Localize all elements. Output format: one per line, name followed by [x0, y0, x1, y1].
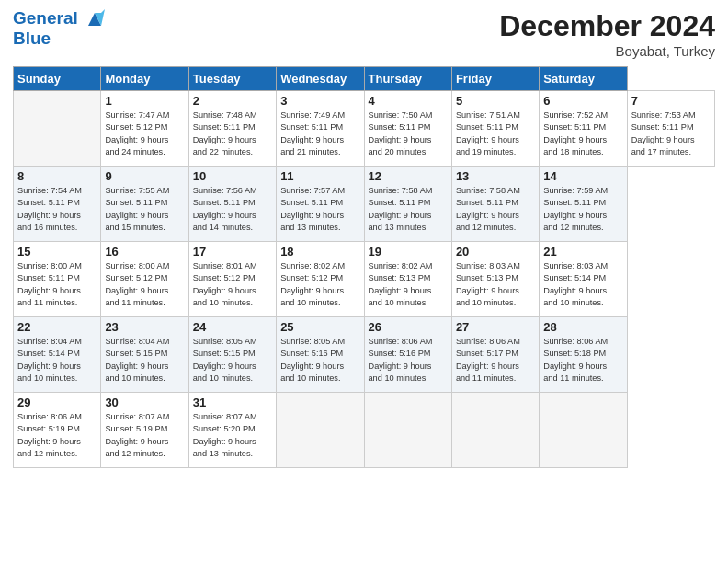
calendar-table: SundayMondayTuesdayWednesdayThursdayFrid…: [13, 66, 715, 468]
day-number: 31: [193, 396, 272, 409]
calendar-cell: [540, 393, 627, 468]
day-number: 13: [456, 169, 535, 183]
calendar-cell: 25Sunrise: 8:05 AMSunset: 5:16 PMDayligh…: [277, 317, 364, 393]
calendar-cell: 7Sunrise: 7:53 AMSunset: 5:11 PMDaylight…: [627, 91, 714, 167]
day-number: 16: [105, 245, 184, 259]
calendar-week-2: 15Sunrise: 8:00 AMSunset: 5:11 PMDayligh…: [14, 242, 715, 317]
calendar-cell: [451, 393, 539, 468]
calendar-container: General Blue December 2024 Boyabat, Turk…: [0, 0, 728, 477]
calendar-cell: 27Sunrise: 8:06 AMSunset: 5:17 PMDayligh…: [451, 317, 539, 393]
header-cell-monday: Monday: [101, 67, 188, 91]
day-info: Sunrise: 7:54 AMSunset: 5:11 PMDaylight:…: [17, 186, 82, 232]
calendar-cell: 9Sunrise: 7:55 AMSunset: 5:11 PMDaylight…: [101, 167, 188, 242]
header-cell-thursday: Thursday: [364, 67, 451, 91]
day-info: Sunrise: 8:06 AMSunset: 5:19 PMDaylight:…: [17, 412, 82, 458]
day-info: Sunrise: 8:02 AMSunset: 5:12 PMDaylight:…: [280, 261, 345, 307]
calendar-cell: 1Sunrise: 7:47 AMSunset: 5:12 PMDaylight…: [101, 91, 188, 167]
day-info: Sunrise: 8:01 AMSunset: 5:12 PMDaylight:…: [193, 261, 257, 307]
day-info: Sunrise: 7:51 AMSunset: 5:11 PMDaylight:…: [456, 110, 520, 156]
calendar-cell: 14Sunrise: 7:59 AMSunset: 5:11 PMDayligh…: [540, 167, 627, 242]
calendar-cell: [364, 393, 451, 468]
header-cell-friday: Friday: [451, 67, 539, 91]
calendar-cell: 26Sunrise: 8:06 AMSunset: 5:16 PMDayligh…: [364, 317, 451, 393]
calendar-cell: 10Sunrise: 7:56 AMSunset: 5:11 PMDayligh…: [188, 167, 276, 242]
header-cell-saturday: Saturday: [540, 67, 627, 91]
day-number: 9: [105, 169, 184, 183]
day-number: 4: [369, 94, 448, 108]
day-info: Sunrise: 7:53 AMSunset: 5:11 PMDaylight:…: [631, 110, 696, 156]
header: General Blue December 2024 Boyabat, Turk…: [13, 9, 715, 59]
calendar-cell: [14, 91, 101, 167]
calendar-header-row: SundayMondayTuesdayWednesdayThursdayFrid…: [14, 67, 715, 91]
logo-general: General: [13, 8, 78, 28]
day-number: 10: [193, 169, 272, 183]
calendar-week-1: 8Sunrise: 7:54 AMSunset: 5:11 PMDaylight…: [14, 167, 715, 242]
calendar-cell: 28Sunrise: 8:06 AMSunset: 5:18 PMDayligh…: [540, 317, 627, 393]
day-info: Sunrise: 7:59 AMSunset: 5:11 PMDaylight:…: [543, 186, 608, 232]
calendar-cell: 22Sunrise: 8:04 AMSunset: 5:14 PMDayligh…: [14, 317, 101, 393]
calendar-cell: 17Sunrise: 8:01 AMSunset: 5:12 PMDayligh…: [188, 242, 276, 317]
day-info: Sunrise: 7:50 AMSunset: 5:11 PMDaylight:…: [369, 110, 433, 156]
day-info: Sunrise: 7:58 AMSunset: 5:11 PMDaylight:…: [456, 186, 520, 232]
calendar-cell: 24Sunrise: 8:05 AMSunset: 5:15 PMDayligh…: [188, 317, 276, 393]
logo-text: General: [13, 9, 105, 29]
day-info: Sunrise: 8:00 AMSunset: 5:12 PMDaylight:…: [105, 261, 169, 307]
day-number: 7: [631, 94, 711, 108]
calendar-cell: 4Sunrise: 7:50 AMSunset: 5:11 PMDaylight…: [364, 91, 451, 167]
calendar-cell: 8Sunrise: 7:54 AMSunset: 5:11 PMDaylight…: [14, 167, 101, 242]
day-info: Sunrise: 7:48 AMSunset: 5:11 PMDaylight:…: [193, 110, 257, 156]
calendar-cell: 15Sunrise: 8:00 AMSunset: 5:11 PMDayligh…: [14, 242, 101, 317]
day-number: 26: [369, 320, 448, 334]
day-info: Sunrise: 7:57 AMSunset: 5:11 PMDaylight:…: [280, 186, 345, 232]
day-info: Sunrise: 7:55 AMSunset: 5:11 PMDaylight:…: [105, 186, 169, 232]
day-number: 5: [456, 94, 535, 108]
calendar-cell: 23Sunrise: 8:04 AMSunset: 5:15 PMDayligh…: [101, 317, 188, 393]
header-cell-sunday: Sunday: [14, 67, 101, 91]
calendar-cell: 6Sunrise: 7:52 AMSunset: 5:11 PMDaylight…: [540, 91, 627, 167]
calendar-cell: 29Sunrise: 8:06 AMSunset: 5:19 PMDayligh…: [14, 393, 101, 468]
calendar-cell: 16Sunrise: 8:00 AMSunset: 5:12 PMDayligh…: [101, 242, 188, 317]
day-number: 2: [193, 94, 272, 108]
day-number: 8: [17, 169, 97, 183]
day-info: Sunrise: 8:05 AMSunset: 5:15 PMDaylight:…: [193, 337, 257, 383]
calendar-cell: 5Sunrise: 7:51 AMSunset: 5:11 PMDaylight…: [451, 91, 539, 167]
header-cell-tuesday: Tuesday: [188, 67, 276, 91]
logo-blue: Blue: [13, 29, 105, 49]
day-number: 19: [369, 245, 448, 259]
logo: General Blue: [13, 9, 105, 49]
day-info: Sunrise: 8:06 AMSunset: 5:18 PMDaylight:…: [543, 337, 608, 383]
calendar-body: 1Sunrise: 7:47 AMSunset: 5:12 PMDaylight…: [14, 91, 715, 468]
day-number: 18: [280, 245, 359, 259]
day-info: Sunrise: 7:49 AMSunset: 5:11 PMDaylight:…: [280, 110, 345, 156]
day-info: Sunrise: 8:05 AMSunset: 5:16 PMDaylight:…: [280, 337, 345, 383]
day-number: 6: [543, 94, 622, 108]
day-info: Sunrise: 7:47 AMSunset: 5:12 PMDaylight:…: [105, 110, 169, 156]
day-info: Sunrise: 8:00 AMSunset: 5:11 PMDaylight:…: [17, 261, 82, 307]
day-number: 12: [369, 169, 448, 183]
calendar-cell: 12Sunrise: 7:58 AMSunset: 5:11 PMDayligh…: [364, 167, 451, 242]
calendar-cell: 2Sunrise: 7:48 AMSunset: 5:11 PMDaylight…: [188, 91, 276, 167]
header-cell-wednesday: Wednesday: [277, 67, 364, 91]
day-number: 30: [105, 396, 184, 409]
day-number: 14: [543, 169, 622, 183]
calendar-cell: [277, 393, 364, 468]
day-info: Sunrise: 7:56 AMSunset: 5:11 PMDaylight:…: [193, 186, 257, 232]
day-number: 20: [456, 245, 535, 259]
day-info: Sunrise: 8:06 AMSunset: 5:17 PMDaylight:…: [456, 337, 520, 383]
calendar-cell: 31Sunrise: 8:07 AMSunset: 5:20 PMDayligh…: [188, 393, 276, 468]
calendar-week-3: 22Sunrise: 8:04 AMSunset: 5:14 PMDayligh…: [14, 317, 715, 393]
calendar-cell: 30Sunrise: 8:07 AMSunset: 5:19 PMDayligh…: [101, 393, 188, 468]
day-info: Sunrise: 8:03 AMSunset: 5:13 PMDaylight:…: [456, 261, 520, 307]
calendar-cell: 19Sunrise: 8:02 AMSunset: 5:13 PMDayligh…: [364, 242, 451, 317]
day-info: Sunrise: 8:07 AMSunset: 5:19 PMDaylight:…: [105, 412, 169, 458]
day-number: 22: [17, 320, 97, 334]
day-info: Sunrise: 8:04 AMSunset: 5:15 PMDaylight:…: [105, 337, 169, 383]
day-number: 3: [280, 94, 359, 108]
day-number: 23: [105, 320, 184, 334]
month-title: December 2024: [499, 9, 715, 43]
calendar-cell: 20Sunrise: 8:03 AMSunset: 5:13 PMDayligh…: [451, 242, 539, 317]
calendar-week-0: 1Sunrise: 7:47 AMSunset: 5:12 PMDaylight…: [14, 91, 715, 167]
title-block: December 2024 Boyabat, Turkey: [499, 9, 715, 59]
calendar-cell: 18Sunrise: 8:02 AMSunset: 5:12 PMDayligh…: [277, 242, 364, 317]
day-info: Sunrise: 7:52 AMSunset: 5:11 PMDaylight:…: [543, 110, 608, 156]
